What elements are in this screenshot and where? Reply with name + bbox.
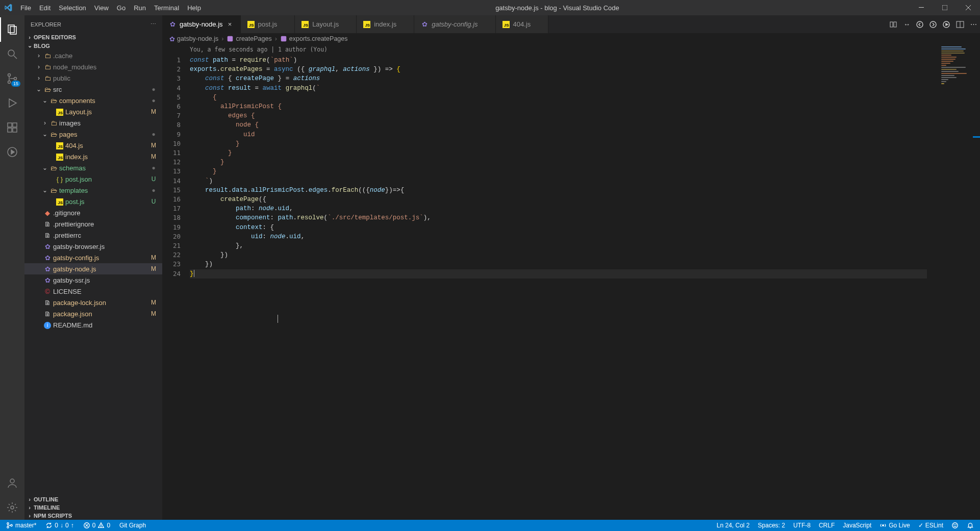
section-outline[interactable]: ›OUTLINE [24, 495, 162, 503]
svg-point-23 [930, 21, 936, 28]
menu-terminal[interactable]: Terminal [150, 1, 183, 15]
activity-debug-icon[interactable] [0, 91, 24, 115]
breadcrumbs[interactable]: ✿gatsby-node.js›createPages›exports.crea… [162, 33, 980, 44]
maximize-button[interactable] [933, 0, 957, 15]
tab-404-js[interactable]: JS404.js× [496, 15, 549, 33]
section-npm-scripts[interactable]: ›NPM SCRIPTS [24, 512, 162, 520]
tree-item-pages[interactable]: ⌄🗁pages● [24, 129, 162, 140]
file-tree[interactable]: ›🗀.cache›🗀node_modules›🗀public⌄🗁src●⌄🗁co… [24, 50, 162, 495]
method-icon [227, 35, 234, 42]
file-icon: 🗎 [43, 232, 52, 239]
status-eslint[interactable]: ✓ ESLint [916, 522, 945, 529]
svg-rect-1 [942, 5, 947, 10]
tree-item-post-json[interactable]: { }post.jsonU [24, 173, 162, 185]
folder-open-icon: 🗁 [43, 86, 52, 93]
status-branch[interactable]: master* [4, 520, 38, 531]
codelens-annotation[interactable]: You, a few seconds ago | 1 author (You) [186, 44, 980, 54]
config-icon: ✿ [43, 276, 52, 284]
activity-source-control-icon[interactable]: 15 [0, 66, 24, 91]
tree-item--gitignore[interactable]: ◆.gitignore [24, 207, 162, 218]
split-editor-icon[interactable] [956, 21, 964, 28]
compare-changes-icon[interactable] [889, 20, 897, 29]
tab-layout-js[interactable]: JSLayout.js× [295, 15, 357, 33]
status-spaces[interactable]: Spaces: 2 [756, 522, 787, 529]
tree-item-package-json[interactable]: 🗎package.jsonM [24, 308, 162, 319]
status-bell-icon[interactable] [965, 522, 976, 529]
breadcrumb-createpages[interactable]: createPages [227, 35, 271, 42]
tree-item-src[interactable]: ⌄🗁src● [24, 84, 162, 95]
activity-account-icon[interactable] [0, 471, 24, 495]
tree-item-status: M [149, 265, 158, 272]
menu-file[interactable]: File [16, 1, 35, 15]
tree-item-package-lock-json[interactable]: 🗎package-lock.jsonM [24, 297, 162, 308]
activity-search-icon[interactable] [0, 42, 24, 66]
tab-close-icon[interactable]: × [226, 20, 234, 28]
activity-liveshare-icon[interactable] [0, 140, 24, 164]
editor-body[interactable]: 1 2 3 4 5 6 7 8 9 10 11 12 13 14 15 16 1… [162, 44, 980, 520]
status-problems[interactable]: 0 0 [81, 520, 112, 531]
menu-go[interactable]: Go [113, 1, 130, 15]
minimap[interactable] [927, 44, 973, 520]
breadcrumb-gatsby-node-js[interactable]: ✿gatsby-node.js [169, 35, 218, 43]
tree-item-images[interactable]: ›🗀images [24, 117, 162, 129]
tree-item-license[interactable]: ©LICENSE [24, 286, 162, 297]
activity-settings-icon[interactable] [0, 495, 24, 520]
status-eol[interactable]: CRLF [817, 522, 837, 529]
tree-item-index-js[interactable]: JSindex.jsM [24, 151, 162, 162]
activity-explorer-icon[interactable] [0, 17, 24, 42]
tab-gatsby-node-js[interactable]: ✿gatsby-node.js× [162, 15, 241, 33]
prev-change-icon[interactable] [916, 21, 923, 28]
tree-item-gatsby-ssr-js[interactable]: ✿gatsby-ssr.js [24, 274, 162, 286]
tree-item-public[interactable]: ›🗀public [24, 72, 162, 84]
activity-extensions-icon[interactable] [0, 115, 24, 140]
sidebar-more-icon[interactable]: ⋯ [150, 21, 156, 28]
menu-view[interactable]: View [90, 1, 113, 15]
status-git-graph[interactable]: Git Graph [117, 520, 148, 531]
tree-item-templates[interactable]: ⌄🗁templates● [24, 185, 162, 196]
tree-item-readme-md[interactable]: iREADME.md [24, 319, 162, 331]
tree-item--cache[interactable]: ›🗀.cache [24, 50, 162, 61]
overview-ruler[interactable] [973, 44, 980, 520]
menu-help[interactable]: Help [183, 1, 205, 15]
section-timeline[interactable]: ›TIMELINE [24, 503, 162, 512]
tree-item-schemas[interactable]: ⌄🗁schemas● [24, 162, 162, 173]
tree-item-gatsby-config-js[interactable]: ✿gatsby-config.jsM [24, 252, 162, 263]
svg-point-6 [8, 50, 14, 56]
status-sync[interactable]: 0↓ 0↑ [43, 520, 76, 531]
tab-more-icon[interactable]: ⋯ [970, 20, 977, 28]
open-changes-icon[interactable]: ↔ [903, 20, 910, 28]
status-feedback-icon[interactable] [949, 522, 961, 529]
minimize-button[interactable] [910, 0, 933, 15]
section-project[interactable]: ⌄BLOG [24, 41, 162, 50]
tree-item-components[interactable]: ⌄🗁components● [24, 95, 162, 106]
tree-item--prettierignore[interactable]: 🗎.prettierignore [24, 218, 162, 230]
status-language[interactable]: JavaScript [841, 522, 873, 529]
code-content[interactable]: const path = require(`path`) exports.cre… [186, 54, 980, 281]
status-position[interactable]: Ln 24, Col 2 [715, 522, 752, 529]
run-icon[interactable] [943, 21, 950, 28]
tree-item-layout-js[interactable]: JSLayout.jsM [24, 106, 162, 117]
tree-item-gatsby-browser-js[interactable]: ✿gatsby-browser.js [24, 241, 162, 252]
close-button[interactable] [957, 0, 980, 15]
file-icon: 🗎 [43, 310, 52, 318]
menu-run[interactable]: Run [130, 1, 150, 15]
status-golive[interactable]: Go Live [877, 522, 912, 529]
tree-item-404-js[interactable]: JS404.jsM [24, 140, 162, 151]
menu-edit[interactable]: Edit [35, 1, 55, 15]
tree-item-node-modules[interactable]: ›🗀node_modules [24, 61, 162, 72]
tree-item--prettierrc[interactable]: 🗎.prettierrc [24, 230, 162, 241]
next-change-icon[interactable] [929, 21, 937, 28]
tab-index-js[interactable]: JSindex.js× [357, 15, 414, 33]
tree-item-gatsby-node-js[interactable]: ✿gatsby-node.jsM [24, 263, 162, 274]
tree-item-label: post.js [65, 198, 149, 206]
status-encoding[interactable]: UTF-8 [791, 522, 813, 529]
tab-post-js[interactable]: JSpost.js× [241, 15, 295, 33]
tab-gatsby-config-js[interactable]: ✿gatsby-config.js× [414, 15, 495, 33]
menu-selection[interactable]: Selection [55, 1, 90, 15]
breadcrumb-exports-createpages[interactable]: exports.createPages [280, 35, 348, 42]
svg-point-30 [7, 523, 9, 525]
folder-icon: 🗀 [43, 52, 52, 60]
tree-item-post-js[interactable]: JSpost.jsU [24, 196, 162, 207]
section-open-editors[interactable]: ›OPEN EDITORS [24, 33, 162, 41]
status-spaces-label: Spaces: 2 [758, 522, 785, 529]
